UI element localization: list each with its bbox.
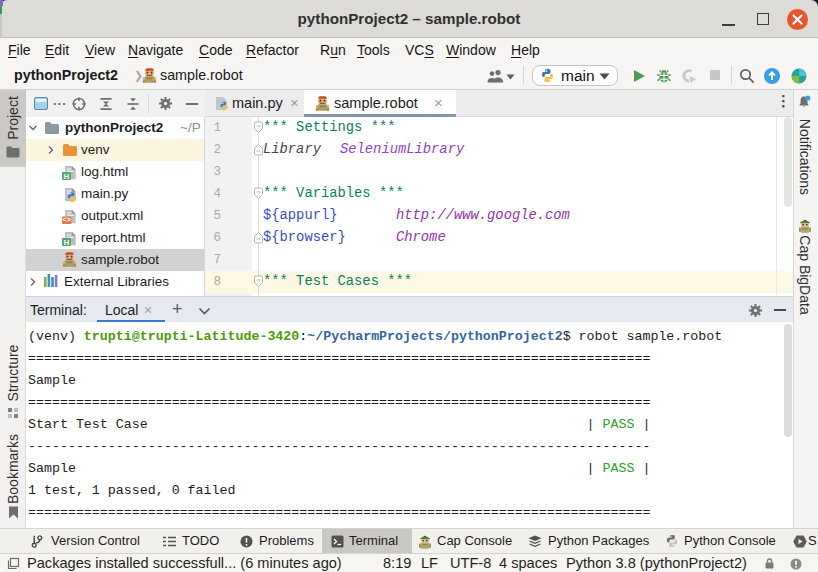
svg-text:H: H [64,172,69,180]
svg-text:<>: <> [62,216,70,224]
svg-text:H: H [64,238,69,246]
